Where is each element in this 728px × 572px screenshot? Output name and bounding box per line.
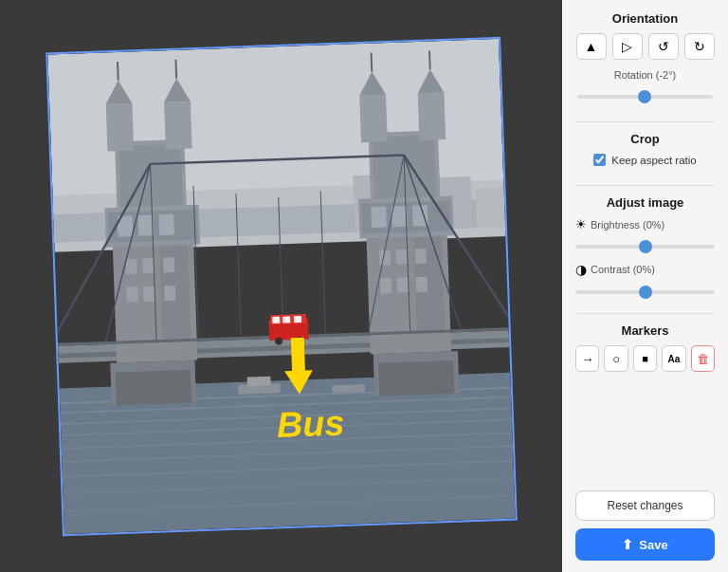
svg-rect-59 — [411, 205, 428, 226]
markers-title: Markers — [575, 323, 715, 338]
contrast-label: Contrast (0%) — [591, 264, 715, 275]
orientation-section: Orientation ▲ ▷ ↺ ↻ — [575, 11, 715, 69]
bridge-image: Bus — [47, 38, 515, 533]
svg-rect-21 — [115, 369, 191, 404]
save-icon: ⬆ — [622, 537, 633, 552]
svg-rect-7 — [475, 187, 504, 228]
bottom-actions: Reset changes ⬆ Save — [575, 481, 715, 561]
rotate-left-button[interactable]: ↺ — [648, 33, 679, 60]
svg-rect-23 — [378, 360, 454, 396]
markers-section: Markers → ○ ■ Aa 🗑 — [575, 323, 715, 372]
contrast-row: ◑ Contrast (0%) — [575, 262, 715, 277]
reset-button[interactable]: Reset changes — [575, 490, 715, 521]
svg-rect-41 — [164, 101, 191, 149]
delete-marker-button[interactable]: 🗑 — [691, 345, 715, 372]
svg-rect-53 — [396, 277, 408, 292]
svg-rect-32 — [163, 285, 174, 300]
svg-line-44 — [118, 61, 118, 80]
adjust-image-section: Adjust image ☀ Brightness (0%) ◑ Contras… — [575, 195, 715, 307]
svg-rect-51 — [414, 248, 426, 263]
rotate-right-button[interactable]: ↻ — [684, 33, 715, 60]
text-marker-button[interactable]: Aa — [662, 345, 685, 372]
crop-title: Crop — [575, 132, 715, 146]
flip-horizontal-button[interactable]: ▷ — [612, 33, 643, 60]
adjust-image-title: Adjust image — [575, 195, 715, 210]
orientation-buttons: ▲ ▷ ↺ ↻ — [575, 33, 715, 60]
orientation-title: Orientation — [575, 11, 715, 26]
svg-rect-50 — [395, 249, 407, 264]
svg-rect-63 — [417, 92, 445, 140]
svg-text:Bus: Bus — [276, 402, 345, 444]
svg-rect-57 — [371, 206, 387, 227]
brightness-icon: ☀ — [575, 217, 587, 231]
svg-rect-40 — [105, 103, 133, 152]
rotation-slider-container — [575, 85, 715, 102]
svg-rect-83 — [272, 316, 280, 323]
markers-buttons: → ○ ■ Aa 🗑 — [575, 345, 715, 372]
rotation-label: Rotation (-2°) — [575, 69, 715, 81]
image-panel: Bus — [0, 0, 562, 572]
contrast-icon: ◑ — [575, 262, 587, 277]
svg-rect-62 — [359, 94, 387, 142]
svg-rect-52 — [379, 277, 391, 292]
right-panel: Orientation ▲ ▷ ↺ ↻ Rotation (-2°) Crop … — [562, 0, 728, 572]
brightness-slider-container — [575, 235, 715, 252]
svg-rect-29 — [162, 257, 173, 272]
save-label: Save — [639, 538, 667, 552]
contrast-slider[interactable] — [575, 290, 715, 294]
circle-marker-button[interactable]: ○ — [604, 345, 628, 372]
svg-rect-89 — [246, 376, 270, 386]
svg-line-45 — [175, 59, 176, 78]
svg-rect-31 — [143, 286, 155, 301]
rectangle-marker-button[interactable]: ■ — [633, 345, 657, 372]
flip-vertical-button[interactable]: ▲ — [576, 33, 607, 60]
svg-rect-28 — [142, 257, 154, 272]
brightness-slider[interactable] — [575, 245, 715, 249]
divider-1 — [575, 121, 715, 122]
svg-rect-37 — [158, 213, 174, 234]
keep-aspect-ratio-label: Keep aspect ratio — [611, 155, 697, 166]
crop-section: Crop Keep aspect ratio — [575, 132, 715, 179]
divider-2 — [575, 185, 715, 186]
svg-rect-84 — [282, 316, 290, 323]
svg-rect-85 — [294, 316, 301, 323]
image-container: Bus — [35, 23, 528, 549]
image-wrapper: Bus — [46, 36, 518, 535]
svg-line-67 — [429, 50, 430, 69]
svg-rect-30 — [126, 286, 137, 302]
aspect-ratio-row: Keep aspect ratio — [575, 154, 715, 166]
brightness-row: ☀ Brightness (0%) — [575, 217, 715, 231]
rotation-slider[interactable] — [577, 95, 713, 99]
contrast-slider-container — [575, 281, 715, 298]
svg-rect-54 — [415, 276, 427, 291]
divider-3 — [575, 313, 715, 314]
svg-line-66 — [371, 52, 372, 71]
save-button[interactable]: ⬆ Save — [575, 528, 715, 561]
svg-rect-36 — [137, 214, 154, 235]
brightness-label: Brightness (0%) — [591, 219, 715, 231]
rotation-section: Rotation (-2°) — [575, 69, 715, 116]
arrow-marker-button[interactable]: → — [575, 345, 599, 372]
keep-aspect-ratio-checkbox[interactable] — [593, 154, 606, 166]
